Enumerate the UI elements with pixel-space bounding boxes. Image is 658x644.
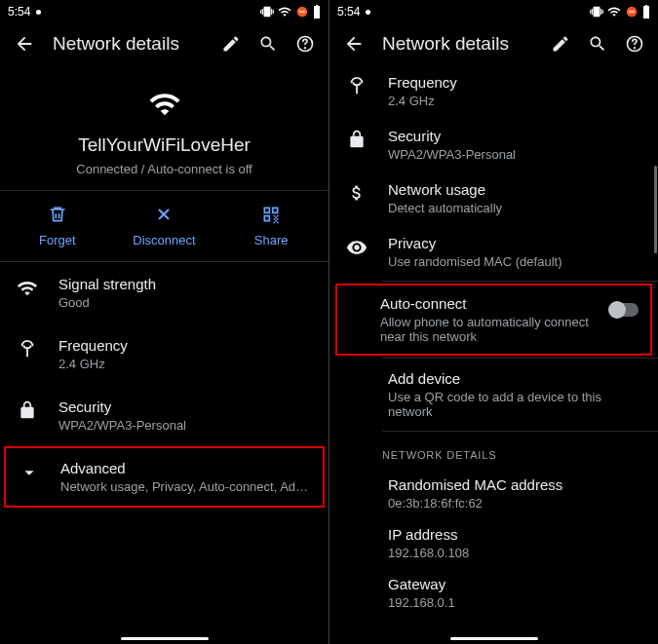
appbar: Network details	[329, 23, 658, 68]
help-icon[interactable]	[295, 34, 315, 54]
gateway-title: Gateway	[388, 576, 642, 592]
frequency-item[interactable]: Frequency 2.4 GHz	[329, 68, 658, 118]
notification-dot-icon	[366, 10, 370, 15]
frequency-sub: 2.4 GHz	[388, 94, 642, 108]
usage-sub: Detect automatically	[388, 201, 642, 215]
highlight-autoconnect: Auto-connect Allow phone to automaticall…	[335, 284, 652, 356]
gesture-pill[interactable]	[121, 637, 209, 640]
disconnect-button[interactable]: Disconnect	[125, 205, 203, 247]
advanced-title: Advanced	[60, 460, 311, 476]
network-hero: TellYourWiFiLoveHer Connected / Auto-con…	[0, 68, 329, 190]
privacy-title: Privacy	[388, 235, 642, 251]
wifi-status-icon	[278, 5, 291, 19]
share-label: Share	[254, 233, 289, 247]
appbar: Network details	[0, 23, 329, 68]
back-icon[interactable]	[14, 33, 35, 55]
dnd-icon	[625, 5, 639, 19]
autoconnect-title: Auto-connect	[380, 295, 590, 312]
advanced-sub: Network usage, Privacy, Auto-connect, Ad…	[60, 479, 311, 494]
dnd-icon	[295, 5, 309, 19]
privacy-item[interactable]: Privacy Use randomised MAC (default)	[329, 225, 658, 281]
mac-sub: 0e:3b:18:6f:fc:62	[388, 496, 642, 511]
dollar-icon	[345, 183, 368, 203]
trash-icon	[48, 205, 67, 227]
share-button[interactable]: Share	[232, 205, 310, 247]
page-title: Network details	[382, 33, 533, 55]
advanced-item[interactable]: Advanced Network usage, Privacy, Auto-co…	[6, 448, 323, 506]
usage-title: Network usage	[388, 181, 642, 198]
scrollbar[interactable]	[654, 166, 657, 253]
battery-icon	[313, 5, 321, 19]
statusbar: 5:54	[329, 0, 658, 23]
add-device-item[interactable]: Add device Use a QR code to add a device…	[329, 359, 658, 431]
eye-icon	[345, 237, 368, 258]
wifi-icon	[16, 278, 39, 299]
ip-item[interactable]: IP address 192.168.0.108	[329, 518, 658, 568]
security-title: Security	[58, 398, 313, 415]
close-icon	[154, 205, 174, 227]
svg-rect-5	[629, 11, 635, 12]
gateway-sub: 192.168.0.1	[388, 595, 642, 610]
signal-strength-item[interactable]: Signal strength Good	[0, 262, 329, 323]
signal-sub: Good	[58, 295, 313, 310]
qr-icon	[261, 205, 281, 227]
vibrate-icon	[260, 5, 274, 19]
help-icon[interactable]	[625, 34, 644, 54]
divider	[382, 281, 658, 282]
wifi-hero-icon	[148, 88, 181, 121]
action-row: Forget Disconnect Share	[0, 191, 329, 261]
auto-connect-item[interactable]: Auto-connect Allow phone to automaticall…	[337, 285, 650, 354]
search-icon[interactable]	[258, 34, 278, 54]
privacy-sub: Use randomised MAC (default)	[388, 254, 642, 269]
highlight-advanced: Advanced Network usage, Privacy, Auto-co…	[4, 446, 325, 508]
gesture-pill[interactable]	[450, 637, 538, 640]
frequency-sub: 2.4 GHz	[58, 357, 313, 371]
network-usage-item[interactable]: Network usage Detect automatically	[329, 171, 658, 225]
vibrate-icon	[590, 5, 603, 19]
gateway-item[interactable]: Gateway 192.168.0.1	[329, 568, 658, 614]
screen-right: 5:54 Network details Frequency 2.4 GHz S…	[329, 0, 658, 644]
screen-left: 5:54 Network details TellYourWiFiLoveHer…	[0, 0, 329, 644]
adddevice-title: Add device	[388, 370, 642, 387]
status-time: 5:54	[337, 5, 360, 19]
security-item[interactable]: Security WPA2/WPA3-Personal	[329, 118, 658, 171]
status-time: 5:54	[8, 5, 30, 19]
search-icon[interactable]	[588, 34, 607, 54]
network-status: Connected / Auto-connect is off	[16, 162, 313, 176]
mac-item[interactable]: Randomised MAC address 0e:3b:18:6f:fc:62	[329, 469, 658, 518]
back-icon[interactable]	[343, 33, 365, 55]
notification-dot-icon	[36, 10, 41, 15]
network-name: TellYourWiFiLoveHer	[16, 134, 313, 156]
edit-icon[interactable]	[551, 34, 570, 54]
frequency-icon	[16, 339, 39, 360]
lock-icon	[345, 130, 368, 149]
statusbar: 5:54	[0, 0, 329, 23]
svg-rect-1	[299, 11, 305, 12]
security-title: Security	[388, 128, 642, 144]
adddevice-sub: Use a QR code to add a device to this ne…	[388, 390, 642, 419]
battery-icon	[642, 5, 650, 19]
edit-icon[interactable]	[221, 34, 241, 54]
forget-button[interactable]: Forget	[19, 205, 97, 247]
autoconnect-toggle[interactable]	[609, 303, 639, 317]
chevron-down-icon	[18, 462, 41, 483]
lock-icon	[16, 400, 39, 420]
svg-point-3	[305, 48, 306, 49]
autoconnect-sub: Allow phone to automatically connect nea…	[380, 315, 590, 344]
ip-title: IP address	[388, 526, 642, 543]
frequency-icon	[345, 76, 368, 97]
mac-title: Randomised MAC address	[388, 476, 642, 493]
page-title: Network details	[53, 33, 204, 55]
svg-point-7	[635, 48, 636, 49]
frequency-title: Frequency	[388, 74, 642, 91]
frequency-item[interactable]: Frequency 2.4 GHz	[0, 323, 329, 385]
wifi-status-icon	[607, 5, 621, 19]
ip-sub: 192.168.0.108	[388, 546, 642, 560]
forget-label: Forget	[39, 233, 76, 247]
security-sub: WPA2/WPA3-Personal	[58, 418, 313, 433]
disconnect-label: Disconnect	[133, 233, 195, 247]
frequency-title: Frequency	[58, 337, 313, 354]
section-header: NETWORK DETAILS	[329, 432, 658, 469]
security-sub: WPA2/WPA3-Personal	[388, 147, 642, 162]
security-item[interactable]: Security WPA2/WPA3-Personal	[0, 385, 329, 446]
